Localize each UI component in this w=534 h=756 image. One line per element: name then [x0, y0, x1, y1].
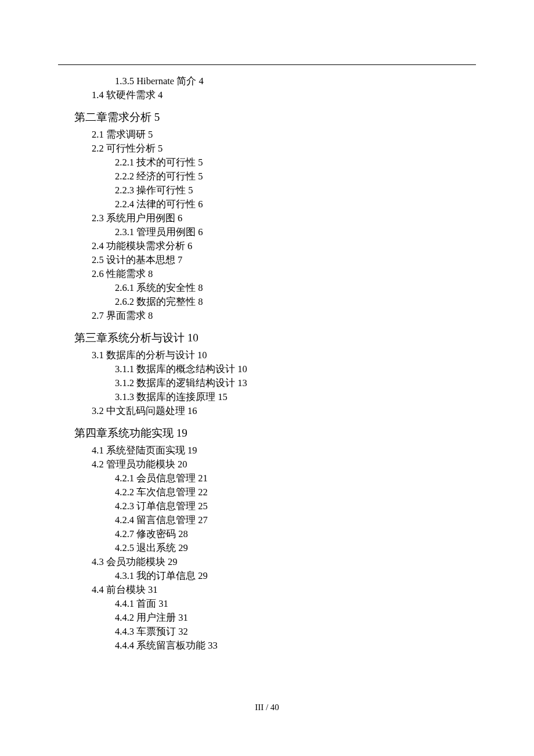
toc-content: 1.3.5 Hibernate 简介 41.4 软硬件需求 4第二章需求分析 5…: [58, 74, 476, 653]
toc-subsection: 4.2.7 修改密码 28: [115, 527, 476, 541]
toc-section: 3.1 数据库的分析与设计 10: [92, 348, 476, 362]
toc-section: 2.7 界面需求 8: [92, 309, 476, 323]
toc-subsection: 2.6.2 数据的完整性 8: [115, 295, 476, 309]
toc-chapter: 第四章系统功能实现 19: [74, 426, 476, 440]
document-page: 1.3.5 Hibernate 简介 41.4 软硬件需求 4第二章需求分析 5…: [0, 0, 534, 687]
toc-subsection: 3.1.1 数据库的概念结构设计 10: [115, 362, 476, 376]
toc-subsection: 4.4.4 系统留言板功能 33: [115, 639, 476, 653]
page-number: III / 40: [255, 703, 279, 712]
toc-section: 1.4 软硬件需求 4: [92, 88, 476, 102]
toc-subsection: 4.2.4 留言信息管理 27: [115, 513, 476, 527]
toc-subsection: 4.4.2 用户注册 31: [115, 611, 476, 625]
header-rule: [58, 64, 476, 65]
toc-subsection: 2.2.4 法律的可行性 6: [115, 197, 476, 211]
toc-subsection: 4.2.3 订单信息管理 25: [115, 499, 476, 513]
toc-subsection: 4.4.1 首面 31: [115, 597, 476, 611]
toc-section: 4.3 会员功能模块 29: [92, 555, 476, 569]
toc-subsection: 2.2.2 经济的可行性 5: [115, 170, 476, 183]
toc-chapter: 第二章需求分析 5: [74, 110, 476, 124]
toc-section: 4.2 管理员功能模块 20: [92, 458, 476, 471]
toc-section: 2.5 设计的基本思想 7: [92, 253, 476, 267]
toc-chapter: 第三章系统分析与设计 10: [74, 331, 476, 345]
toc-subsection: 4.2.5 退出系统 29: [115, 541, 476, 555]
toc-section: 2.4 功能模块需求分析 6: [92, 239, 476, 253]
toc-subsection: 1.3.5 Hibernate 简介 4: [115, 74, 476, 88]
toc-subsection: 2.2.1 技术的可行性 5: [115, 156, 476, 170]
toc-section: 2.1 需求调研 5: [92, 128, 476, 142]
toc-subsection: 3.1.2 数据库的逻辑结构设计 13: [115, 376, 476, 390]
page-footer: III / 40: [0, 703, 534, 712]
toc-section: 3.2 中文乱码问题处理 16: [92, 404, 476, 418]
toc-section: 2.2 可行性分析 5: [92, 142, 476, 156]
toc-section: 2.6 性能需求 8: [92, 267, 476, 281]
toc-subsection: 4.3.1 我的订单信息 29: [115, 569, 476, 583]
toc-subsection: 4.4.3 车票预订 32: [115, 625, 476, 639]
toc-section: 4.4 前台模块 31: [92, 583, 476, 597]
toc-section: 4.1 系统登陆页面实现 19: [92, 444, 476, 458]
toc-subsection: 4.2.2 车次信息管理 22: [115, 485, 476, 499]
toc-subsection: 2.6.1 系统的安全性 8: [115, 281, 476, 295]
toc-subsection: 2.2.3 操作可行性 5: [115, 183, 476, 197]
toc-subsection: 4.2.1 会员信息管理 21: [115, 471, 476, 485]
toc-subsection: 2.3.1 管理员用例图 6: [115, 225, 476, 239]
toc-subsection: 3.1.3 数据库的连接原理 15: [115, 390, 476, 404]
toc-section: 2.3 系统用户用例图 6: [92, 211, 476, 225]
